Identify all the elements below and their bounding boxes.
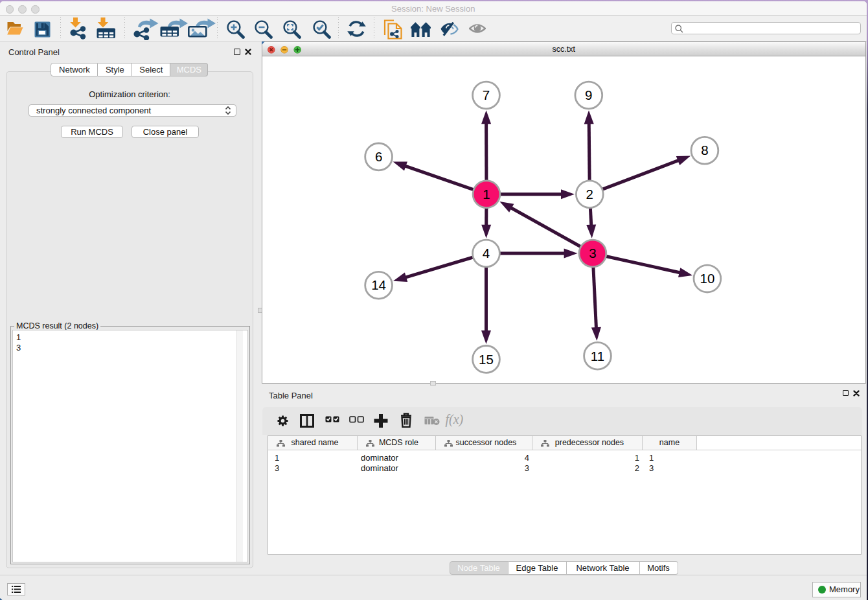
svg-text:8: 8 (701, 143, 708, 157)
svg-text:7: 7 (483, 87, 490, 102)
svg-text:14: 14 (371, 277, 386, 292)
svg-text:2: 2 (586, 186, 593, 201)
svg-text:10: 10 (700, 271, 714, 286)
svg-text:1: 1 (483, 186, 490, 201)
svg-text:3: 3 (589, 246, 596, 260)
svg-text:9: 9 (585, 87, 592, 102)
svg-text:11: 11 (591, 348, 604, 363)
svg-text:6: 6 (375, 149, 382, 164)
svg-text:15: 15 (479, 351, 494, 366)
svg-text:4: 4 (483, 246, 490, 260)
